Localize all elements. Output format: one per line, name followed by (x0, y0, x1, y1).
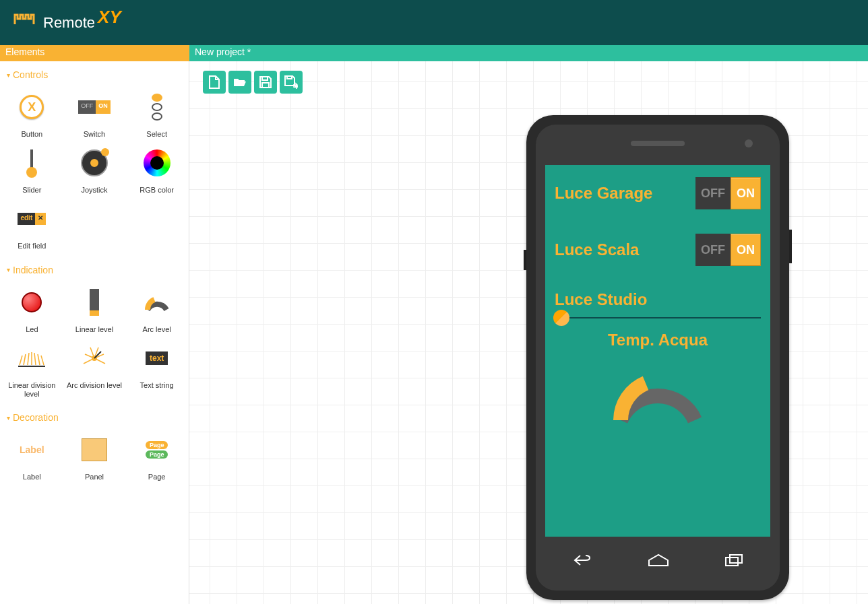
home-icon[interactable] (646, 553, 671, 567)
back-icon[interactable] (572, 553, 592, 567)
palette-joystick[interactable]: Joystick (67, 145, 123, 195)
label-garage: Luce Garage (555, 184, 652, 203)
file-new-icon (208, 75, 220, 89)
new-button[interactable] (203, 71, 226, 94)
editfield-icon: edit✕ (18, 213, 46, 225)
arc-level-icon (144, 292, 170, 312)
svg-rect-16 (262, 77, 268, 80)
save-as-icon: ✱ (284, 75, 298, 89)
save-button[interactable] (254, 71, 277, 94)
canvas-toolbar: ✱ (189, 61, 868, 103)
brand-text: Remote (43, 14, 95, 32)
section-indication[interactable]: Indication (0, 262, 189, 278)
phone-power-button (789, 230, 792, 263)
svg-line-4 (34, 353, 36, 365)
section-decoration[interactable]: Decoration (0, 409, 189, 426)
screen-row-studio[interactable]: Luce Studio (545, 278, 770, 312)
palette-linlevel[interactable]: Linear level (67, 285, 123, 334)
palette-lindiv[interactable]: Linear division level (4, 341, 60, 399)
svg-line-2 (28, 353, 29, 365)
slider-icon (30, 149, 33, 176)
logo-mark-icon (13, 9, 40, 36)
phone-preview[interactable]: Luce Garage OFF ON Luce Scala OFF ON (526, 115, 789, 600)
section-controls[interactable]: Controls (0, 67, 189, 83)
palette-arclevel[interactable]: Arc level (129, 285, 185, 334)
linear-division-icon (17, 349, 46, 368)
label-scala: Luce Scala (555, 240, 639, 259)
led-icon (22, 292, 42, 312)
recent-apps-icon[interactable] (724, 553, 743, 567)
palette-editfield[interactable]: edit✕ Edit field (4, 201, 60, 250)
phone-screen[interactable]: Luce Garage OFF ON Luce Scala OFF ON (545, 165, 770, 537)
design-canvas[interactable]: ✱ Luce Garage OFF ON (189, 61, 868, 604)
screen-row-temp[interactable]: Temp. Acqua (545, 318, 770, 424)
palette-label[interactable]: Label Label (4, 432, 60, 481)
palette-page[interactable]: PagePage Page (129, 432, 185, 481)
phone-speaker (631, 141, 685, 146)
text-string-icon: text (146, 351, 168, 365)
label-temp: Temp. Acqua (545, 331, 770, 349)
select-icon (152, 94, 162, 121)
slider-thumb-icon[interactable] (553, 310, 569, 326)
palette-text[interactable]: text Text string (129, 341, 185, 399)
palette-panel[interactable]: Panel (67, 432, 123, 481)
joystick-icon (81, 149, 108, 176)
palette-select[interactable]: Select (129, 90, 185, 139)
palette-button[interactable]: X Button (4, 90, 60, 139)
app-header: Remote XY (0, 0, 868, 45)
palette-arcdiv[interactable]: Arc division level (67, 341, 123, 399)
rgb-icon (144, 149, 170, 176)
folder-open-icon (233, 77, 247, 88)
label-studio: Luce Studio (555, 290, 647, 309)
svg-line-6 (41, 356, 44, 365)
svg-rect-17 (262, 83, 269, 88)
palette-rgb[interactable]: RGB color (129, 145, 185, 195)
page-icon: PagePage (146, 441, 168, 459)
svg-rect-18 (287, 76, 292, 79)
svg-line-5 (38, 354, 40, 365)
arc-gauge-temp[interactable] (604, 356, 712, 424)
phone-nav-bar (545, 543, 770, 577)
palette-slider[interactable]: Slider (4, 145, 60, 195)
svg-rect-20 (726, 558, 738, 566)
open-button[interactable] (228, 71, 251, 94)
screen-row-scala[interactable]: Luce Scala OFF ON (545, 222, 770, 278)
brand-logo: Remote XY (13, 9, 121, 36)
slider-studio[interactable] (545, 317, 770, 318)
svg-rect-21 (730, 555, 742, 563)
save-icon (259, 76, 272, 88)
svg-line-0 (20, 356, 22, 365)
sub-header: Elements New project * (0, 45, 868, 61)
elements-title: Elements (0, 45, 189, 61)
svg-line-1 (24, 354, 26, 365)
phone-volume-button (524, 250, 526, 270)
phone-camera (745, 139, 753, 147)
elements-sidebar: Controls X Button OFFON Switch Select Sl… (0, 61, 189, 604)
project-title: New project * (189, 45, 868, 61)
screen-row-garage[interactable]: Luce Garage OFF ON (545, 165, 770, 222)
switch-icon: OFFON (78, 100, 111, 114)
svg-text:✱: ✱ (294, 83, 298, 89)
arc-gauge-icon (604, 356, 712, 430)
button-icon: X (20, 95, 44, 119)
switch-scala[interactable]: OFF ON (695, 234, 761, 266)
brand-suffix: XY (98, 7, 121, 28)
switch-garage[interactable]: OFF ON (695, 177, 761, 209)
palette-switch[interactable]: OFFON Switch (67, 90, 123, 139)
arc-division-icon (80, 345, 109, 372)
label-icon: Label (20, 444, 44, 455)
save-as-button[interactable]: ✱ (280, 71, 303, 94)
linear-level-icon (90, 289, 99, 316)
palette-led[interactable]: Led (4, 285, 60, 334)
panel-icon (82, 438, 107, 461)
